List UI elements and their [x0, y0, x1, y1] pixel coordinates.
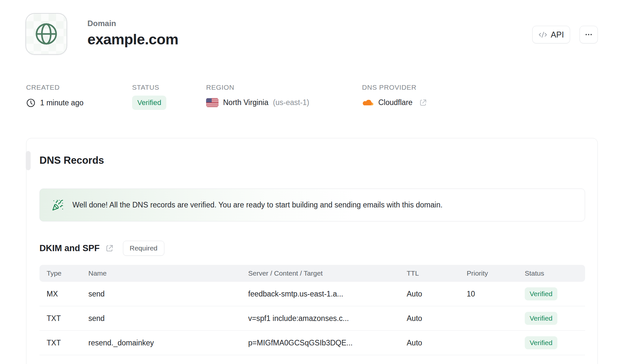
clock-icon — [26, 98, 36, 108]
record-ttl: Auto — [407, 339, 467, 347]
created-label: CREATED — [26, 83, 83, 91]
record-name: send — [88, 314, 248, 323]
api-button[interactable]: API — [532, 26, 570, 43]
dns-records-card: DNS Records Well done! All the DNS recor… — [26, 138, 598, 364]
meta-status: STATUS Verified — [132, 83, 166, 110]
record-status-badge: Verified — [525, 336, 557, 349]
col-name: Name — [88, 269, 248, 277]
cloudflare-icon — [362, 98, 374, 107]
col-type: Type — [47, 269, 88, 277]
section-indicator — [26, 151, 31, 170]
domain-avatar — [25, 13, 67, 55]
api-button-label: API — [551, 30, 564, 39]
region-code: (us-east-1) — [273, 98, 309, 107]
record-ttl: Auto — [407, 314, 467, 323]
dns-records-title: DNS Records — [39, 155, 104, 166]
record-type: TXT — [47, 339, 88, 347]
dkim-spf-title: DKIM and SPF — [39, 243, 100, 253]
region-label: REGION — [206, 83, 309, 91]
table-row: TXT resend._domainkey p=MIGfMA0GCSqGSIb3… — [39, 331, 585, 355]
col-content: Server / Content / Target — [248, 269, 407, 277]
more-options-button[interactable] — [580, 26, 598, 43]
meta-dns-provider: DNS PROVIDER Cloudflare — [362, 83, 427, 107]
dns-provider-value: Cloudflare — [378, 98, 413, 107]
success-banner: Well done! All the DNS records are verif… — [39, 189, 585, 221]
col-ttl: TTL — [407, 269, 467, 277]
record-status-badge: Verified — [525, 312, 557, 325]
record-content: feedback-smtp.us-east-1.a... — [248, 290, 407, 298]
ellipsis-icon — [584, 30, 593, 39]
status-badge: Verified — [132, 96, 166, 110]
meta-created: CREATED 1 minute ago — [26, 83, 83, 108]
record-name: send — [88, 290, 248, 298]
external-link-icon[interactable] — [419, 99, 427, 107]
domain-label: Domain — [87, 19, 178, 28]
record-type: MX — [47, 290, 88, 298]
record-status-badge: Verified — [525, 287, 557, 300]
created-value: 1 minute ago — [40, 99, 83, 107]
globe-icon — [34, 22, 59, 46]
status-label: STATUS — [132, 83, 166, 91]
record-ttl: Auto — [407, 290, 467, 298]
col-priority: Priority — [467, 269, 525, 277]
party-popper-icon — [52, 199, 64, 211]
record-content: v=spf1 include:amazonses.c... — [248, 314, 407, 323]
dkim-spf-section-head: DKIM and SPF Required — [39, 241, 164, 256]
table-row: TXT send v=spf1 include:amazonses.c... A… — [39, 306, 585, 331]
banner-message: Well done! All the DNS records are verif… — [72, 201, 443, 209]
record-type: TXT — [47, 314, 88, 323]
table-row: MX send feedback-smtp.us-east-1.a... Aut… — [39, 282, 585, 306]
col-status: Status — [525, 269, 585, 277]
record-content: p=MIGfMA0GCSqGSIb3DQE... — [248, 339, 407, 347]
record-name: resend._domainkey — [88, 339, 248, 347]
table-header-row: Type Name Server / Content / Target TTL … — [39, 265, 585, 282]
required-badge: Required — [123, 241, 164, 256]
meta-region: REGION North Virginia (us-east-1) — [206, 83, 309, 107]
record-priority: 10 — [467, 290, 525, 298]
external-link-icon[interactable] — [105, 244, 114, 252]
region-name: North Virginia — [223, 98, 268, 107]
dns-provider-label: DNS PROVIDER — [362, 83, 427, 91]
us-flag-icon — [206, 98, 219, 107]
dns-records-table: Type Name Server / Content / Target TTL … — [39, 265, 585, 355]
page-heading: Domain example.com — [87, 19, 178, 48]
code-icon — [538, 30, 547, 39]
page-title: example.com — [87, 31, 178, 48]
